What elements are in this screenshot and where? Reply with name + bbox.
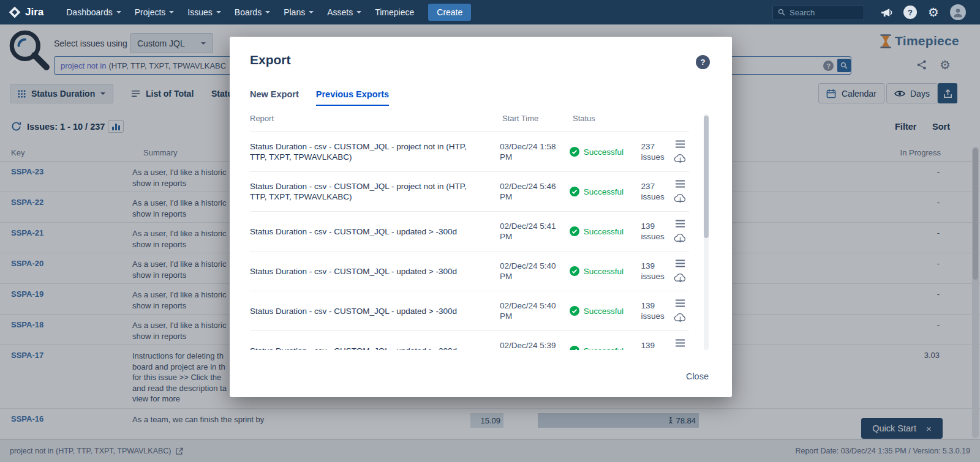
export-status: Successful [570,306,641,316]
dialog-tabs: New Export Previous Exports [250,89,389,106]
nav-boards[interactable]: Boards [228,0,277,24]
export-report: Status Duration - csv - CUSTOM_JQL - upd… [250,346,500,351]
export-report: Status Duration - csv - CUSTOM_JQL - upd… [250,226,500,237]
export-row: Status Duration - csv - CUSTOM_JQL - pro… [250,172,689,212]
nav-timepiece[interactable]: Timepiece [368,0,421,24]
jira-logo-text: Jira [25,6,43,18]
export-row: Status Duration - csv - CUSTOM_JQL - upd… [250,331,689,350]
close-button[interactable]: Close [686,371,709,381]
export-report: Status Duration - csv - CUSTOM_JQL - upd… [250,306,500,316]
export-status: Successful [570,187,641,196]
export-rows: Status Duration - csv - CUSTOM_JQL - pro… [250,132,689,350]
chevron-down-icon [169,11,174,13]
help-icon[interactable]: ? [903,6,917,19]
row-menu-icon[interactable] [675,339,685,347]
dialog-scrollbar-thumb[interactable] [704,116,709,238]
export-row: Status Duration - csv - CUSTOM_JQL - upd… [250,251,689,291]
export-start-time: 02/Dec/24 5:41 PM [500,221,570,242]
export-start-time: 03/Dec/24 1:58 PM [500,141,570,162]
search-input[interactable] [790,8,851,17]
chevron-down-icon [356,11,361,13]
check-circle-icon [570,147,579,157]
cloud-download-icon[interactable] [674,193,687,204]
tab-previous-exports[interactable]: Previous Exports [316,89,389,106]
megaphone-icon[interactable] [881,7,892,18]
nav-dashboards[interactable]: Dashboards [59,0,128,24]
export-status: Successful [570,226,641,236]
app-window: Jira Dashboards Projects Issues Boards P… [0,0,980,462]
check-circle-icon [570,266,579,276]
cloud-download-icon[interactable] [674,273,687,283]
row-menu-icon[interactable] [675,180,685,188]
export-status: Successful [570,266,641,276]
export-issue-count: 139 issues [641,300,674,321]
export-report: Status Duration - csv - CUSTOM_JQL - pro… [250,141,500,162]
avatar[interactable] [950,4,966,20]
export-issue-count: 237 issues [641,141,674,162]
search-icon [778,9,785,16]
check-circle-icon [570,346,579,350]
row-menu-icon[interactable] [675,259,685,267]
top-navbar: Jira Dashboards Projects Issues Boards P… [0,0,980,24]
column-start-time: Start Time [502,114,573,132]
chevron-down-icon [309,11,314,13]
export-status: Successful [570,147,641,157]
cloud-download-icon[interactable] [674,154,687,164]
chevron-down-icon [265,11,270,13]
check-circle-icon [570,226,579,236]
export-start-time: 02/Dec/24 5:46 PM [500,181,570,202]
nav-plans[interactable]: Plans [277,0,320,24]
export-row: Status Duration - csv - CUSTOM_JQL - pro… [250,132,689,172]
dialog-help-icon[interactable]: ? [696,55,710,69]
dialog-scrollbar[interactable] [704,114,709,350]
nav-issues[interactable]: Issues [181,0,227,24]
nav-projects[interactable]: Projects [128,0,181,24]
create-button[interactable]: Create [428,4,471,21]
chevron-down-icon [216,11,221,13]
export-row: Status Duration - csv - CUSTOM_JQL - upd… [250,291,689,331]
gear-icon[interactable]: ⚙ [928,6,939,18]
export-table-header: Report Start Time Status [250,114,689,132]
cloud-download-icon[interactable] [674,233,687,244]
check-circle-icon [570,187,579,196]
export-status: Successful [570,346,641,350]
chevron-down-icon [116,11,121,13]
jira-logo-icon [9,6,21,18]
column-report: Report [250,114,502,132]
row-menu-icon[interactable] [675,220,685,228]
export-row: Status Duration - csv - CUSTOM_JQL - upd… [250,212,689,251]
column-status: Status [573,114,689,132]
export-report: Status Duration - csv - CUSTOM_JQL - upd… [250,266,500,277]
export-start-time: 02/Dec/24 5:40 PM [500,300,570,321]
tab-new-export[interactable]: New Export [250,89,299,106]
export-issue-count: 139 issues [641,221,674,242]
export-start-time: 02/Dec/24 5:40 PM [500,261,570,281]
export-issue-count: 139 issues [641,340,674,350]
row-menu-icon[interactable] [675,140,685,148]
row-menu-icon[interactable] [675,299,685,307]
export-report: Status Duration - csv - CUSTOM_JQL - pro… [250,181,500,202]
export-dialog: Export ? New Export Previous Exports Rep… [230,37,732,397]
export-start-time: 02/Dec/24 5:39 PM [500,340,570,350]
nav-assets[interactable]: Assets [320,0,368,24]
check-circle-icon [570,306,579,316]
export-issue-count: 139 issues [641,261,674,281]
cloud-download-icon[interactable] [674,313,687,323]
dialog-title: Export [250,53,291,67]
global-search[interactable] [772,5,864,20]
jira-logo[interactable]: Jira [9,6,43,18]
export-issue-count: 237 issues [641,181,674,202]
